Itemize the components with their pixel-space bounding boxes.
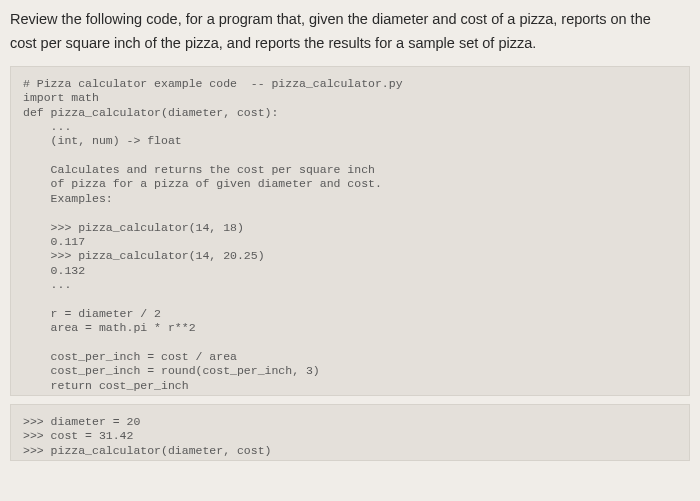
prompt-line-2: cost per square inch of the pizza, and r… bbox=[10, 35, 536, 51]
prompt-line-1: Review the following code, for a program… bbox=[10, 11, 651, 27]
code-text-1: # Pizza calculator example code -- pizza… bbox=[23, 77, 403, 392]
code-text-2: >>> diameter = 20 >>> cost = 31.42 >>> p… bbox=[23, 415, 271, 457]
question-prompt: Review the following code, for a program… bbox=[10, 8, 690, 56]
code-block-repl: >>> diameter = 20 >>> cost = 31.42 >>> p… bbox=[10, 404, 690, 461]
code-block-main: # Pizza calculator example code -- pizza… bbox=[10, 66, 690, 396]
